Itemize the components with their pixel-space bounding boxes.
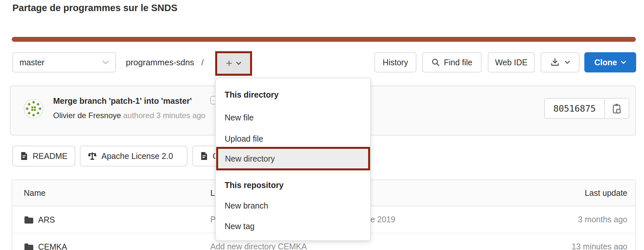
copy-sha-button[interactable] — [605, 99, 629, 118]
clone-button[interactable]: Clone — [584, 52, 636, 72]
plus-icon: + — [226, 57, 232, 69]
clipboard-icon — [612, 103, 622, 114]
web-ide-button[interactable]: Web IDE — [488, 52, 535, 72]
commit-authored-time: authored 3 minutes ago — [121, 111, 205, 120]
license-badge[interactable]: Apache License 2.0 — [80, 146, 187, 166]
search-icon — [431, 58, 440, 67]
dropdown-item-new-branch[interactable]: New branch — [216, 195, 370, 216]
folder-icon — [24, 216, 34, 224]
last-update-cell: 3 months ago — [578, 206, 628, 233]
dropdown-section-this-repository: This repository — [216, 175, 370, 195]
chevron-down-icon — [565, 61, 570, 64]
repository-page: Partage de programmes sur le SNDS master… — [0, 0, 644, 250]
avatar[interactable] — [24, 99, 43, 118]
breadcrumb: programmes-sdns / — [126, 52, 204, 72]
history-button-label: History — [383, 58, 408, 67]
file-name-label: ARS — [38, 215, 55, 225]
commit-title[interactable]: Merge branch 'patch-1' into 'master' — [53, 96, 192, 106]
commit-message-fragment-right[interactable]: e 2019 — [370, 206, 395, 233]
dropdown-section-this-directory: This directory — [216, 84, 370, 105]
download-icon — [550, 58, 560, 67]
find-file-button[interactable]: Find file — [422, 52, 482, 72]
identicon-pattern — [24, 100, 43, 118]
column-header-last-update: Last update — [585, 180, 627, 206]
dropdown-item-upload-file[interactable]: Upload file — [216, 128, 370, 149]
file-name-cell[interactable]: ARS — [24, 206, 55, 233]
last-update-cell: 13 minutes ago — [572, 233, 627, 250]
red-annotation-bar — [12, 37, 636, 42]
commit-author[interactable]: Olivier de Fresnoye — [53, 111, 121, 120]
breadcrumb-separator: / — [202, 57, 204, 68]
commit-sha: 80516875 — [545, 99, 605, 118]
plus-dropdown-button[interactable]: + — [215, 51, 252, 76]
chevron-down-icon — [102, 60, 109, 65]
folder-icon — [24, 243, 34, 250]
clone-button-label: Clone — [594, 58, 617, 67]
dropdown-item-new-directory-label: New directory — [225, 149, 275, 168]
breadcrumb-project[interactable]: programmes-sdns — [126, 57, 194, 68]
page-title: Partage de programmes sur le SNDS — [12, 3, 177, 13]
history-button[interactable]: History — [374, 52, 416, 72]
dropdown-item-new-file[interactable]: New file — [216, 107, 370, 128]
chevron-down-icon — [621, 61, 626, 64]
download-button[interactable] — [541, 52, 579, 72]
readme-badge-label: README — [33, 151, 67, 161]
commit-sha-group: 80516875 — [544, 98, 629, 119]
branch-selector[interactable]: master — [12, 52, 116, 72]
scales-icon — [88, 151, 97, 161]
readme-badge[interactable]: README — [12, 146, 75, 166]
find-file-button-label: Find file — [444, 58, 472, 67]
file-icon — [20, 151, 28, 161]
file-icon — [200, 151, 208, 161]
branch-selector-value: master — [20, 58, 44, 67]
dropdown-item-new-tag[interactable]: New tag — [216, 216, 370, 237]
file-name-cell[interactable]: CEMKA — [24, 233, 67, 250]
dropdown-item-new-directory[interactable]: New directory — [216, 147, 370, 170]
column-header-name: Name — [24, 180, 46, 206]
chevron-down-icon — [236, 62, 241, 65]
file-name-label: CEMKA — [38, 242, 67, 250]
plus-dropdown-menu: This directory New file Upload file New … — [215, 78, 371, 241]
web-ide-button-label: Web IDE — [495, 58, 528, 67]
license-badge-label: Apache License 2.0 — [101, 151, 173, 161]
commit-author-line: Olivier de Fresnoye authored 3 minutes a… — [53, 111, 205, 120]
